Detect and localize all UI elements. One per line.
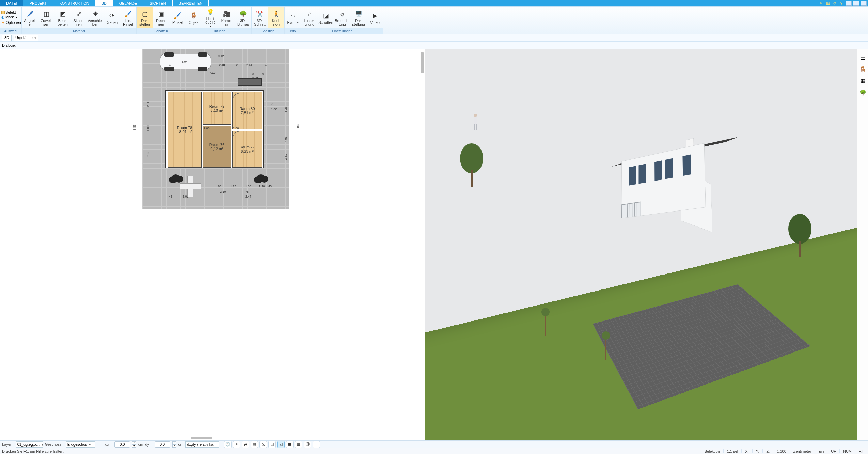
status-num: NUM: [839, 449, 855, 453]
sapling-icon: [538, 307, 553, 338]
btn-hintergrund[interactable]: ⌂Hinter- grund: [301, 7, 318, 28]
status-unit: Zentimeter: [790, 449, 815, 453]
geschoss-label: Geschoss :: [45, 442, 64, 447]
svg-rect-2: [474, 124, 475, 130]
dim: 2.00: [204, 127, 210, 130]
btn-darstellen[interactable]: ▢Dar- stellen: [137, 7, 153, 28]
coord-mode-combo[interactable]: dx,dy (relativ ka: [185, 441, 219, 448]
menu-datei[interactable]: DATEI: [0, 0, 23, 6]
group-einstellungen: Einstellungen: [301, 28, 383, 34]
bush-icon: [172, 174, 180, 181]
status-z: Z:: [762, 449, 773, 453]
dy-label: dy =: [145, 442, 152, 447]
wall-front: [621, 143, 706, 219]
status-scale: 1:100: [773, 449, 790, 453]
dim: 80: [218, 185, 221, 188]
dy-up[interactable]: ▲: [172, 441, 176, 444]
shape3-icon[interactable]: ◰: [277, 441, 285, 448]
door-icon: [233, 131, 239, 138]
layout-icon[interactable]: ▦: [825, 1, 831, 6]
group-sonstige: Sonstige: [252, 28, 284, 34]
scrollbar-horizontal[interactable]: [191, 437, 212, 439]
dx-up[interactable]: ▲: [132, 441, 136, 444]
north-icon[interactable]: Ⓝ: [304, 441, 311, 448]
more-icon[interactable]: ⋮: [313, 441, 320, 448]
btn-verschieben[interactable]: ✥Verschie- ben: [87, 7, 104, 28]
btn-bearbeiten[interactable]: ◩Bear- beiten: [54, 7, 71, 28]
menu-projekt[interactable]: PROJEKT: [23, 0, 53, 6]
help-icon[interactable]: ?: [839, 1, 844, 6]
main-menubar: DATEI PROJEKT KONSTRUKTION 3D GELÄNDE SI…: [0, 0, 868, 7]
tools-icon[interactable]: ✎: [818, 1, 824, 6]
print-icon[interactable]: 🖨: [242, 441, 249, 448]
btn-zuweisen[interactable]: ◫Zuwei- sen: [38, 7, 54, 28]
sun-icon[interactable]: ☀: [233, 441, 240, 448]
btn-objekt[interactable]: 🪑Objekt: [186, 7, 202, 28]
menu-bearbeiten[interactable]: BEARBEITEN: [173, 0, 209, 6]
optionen-tool[interactable]: ＋Optionen: [1, 20, 20, 25]
btn-flaeche[interactable]: ▱Fläche: [285, 7, 301, 28]
dim: 2.40: [219, 63, 225, 67]
btn-darstellung[interactable]: 🖥️Dar- stellung: [350, 7, 367, 28]
dx-input[interactable]: [114, 441, 130, 448]
btn-rechnen[interactable]: ▣Rech- nen: [153, 7, 169, 28]
shape1-icon[interactable]: ◺: [259, 441, 267, 448]
dim: 8.86: [133, 124, 136, 130]
menu-3d[interactable]: 3D: [96, 0, 113, 6]
menu-sichten[interactable]: SICHTEN: [143, 0, 172, 6]
btn-pinsel[interactable]: 🖌️Pinsel: [169, 7, 186, 28]
dx-down[interactable]: ▼: [132, 444, 136, 448]
status-mode: Selektion: [701, 449, 723, 453]
dy-input[interactable]: [155, 441, 170, 448]
btn-kamera[interactable]: 🎥Kame- ra: [219, 7, 235, 28]
window-close[interactable]: [861, 1, 867, 6]
layers-icon[interactable]: ☰: [859, 54, 867, 61]
room-76: Raum 769,12 m²: [203, 126, 231, 168]
terrain-combo[interactable]: Urgelände: [14, 35, 38, 41]
viewport-2d[interactable]: 3.04 9.12 2.40 25 2.44 43 43 7.19 93 99 …: [0, 49, 425, 440]
dim: 43: [169, 63, 172, 67]
workspace: 3.04 9.12 2.40 25 2.44 43 43 7.19 93 99 …: [0, 49, 868, 440]
btn-3d-schnitt[interactable]: ✂️3D- Schnitt: [252, 7, 268, 28]
dim: 43: [169, 195, 172, 198]
viewport-3d[interactable]: [425, 49, 857, 440]
dim: 7.19: [209, 71, 216, 74]
mark-tool[interactable]: ◐Mark. ▾: [1, 15, 20, 19]
refresh-icon[interactable]: ↻: [832, 1, 837, 6]
btn-skalieren[interactable]: ⤢Skalie- ren: [71, 7, 87, 28]
btn-hin-pinsel[interactable]: 🖌️Hin. Pinsel: [120, 7, 136, 28]
tree-icon: [460, 143, 484, 187]
layer-icon[interactable]: ▤: [251, 441, 258, 448]
window-restore[interactable]: [853, 1, 859, 6]
grid2-icon[interactable]: ▥: [295, 441, 302, 448]
plant-icon[interactable]: 🌳: [859, 89, 867, 96]
view-mode-3d[interactable]: 3D: [2, 35, 12, 41]
menu-konstruktion[interactable]: KONSTRUKTION: [53, 0, 95, 6]
window-minimize[interactable]: [846, 1, 852, 6]
grid-icon[interactable]: ▦: [286, 441, 294, 448]
btn-3d-bitmap[interactable]: 🌳3D- Bitmap: [235, 7, 251, 28]
selekt-tool[interactable]: Selekt: [1, 10, 20, 14]
scrollbar-vertical[interactable]: [421, 52, 424, 73]
layer-combo[interactable]: 01_ug,eg,o…: [16, 441, 43, 448]
btn-beleuchtung[interactable]: ☼Beleuch- tung: [334, 7, 350, 28]
btn-drehen[interactable]: ⟳Drehen: [104, 7, 120, 28]
sub-toolbar: 3D Urgelände: [0, 34, 868, 42]
shape2-icon[interactable]: ◿: [268, 441, 276, 448]
palette-icon[interactable]: ▦: [859, 77, 867, 84]
sapling-icon: [598, 331, 614, 361]
status-x: X:: [741, 449, 752, 453]
clock-icon[interactable]: 🕘: [224, 441, 232, 448]
btn-schatten-set[interactable]: ◪Schatten: [318, 7, 334, 28]
btn-lichtquelle[interactable]: 💡Licht- quelle ▾: [202, 7, 219, 28]
dy-down[interactable]: ▼: [172, 444, 176, 448]
btn-kollision[interactable]: 🚶Kolli- sion: [268, 7, 284, 28]
btn-abgreifen[interactable]: 🖊️Abgrei- fen: [22, 7, 38, 28]
geschoss-combo[interactable]: Erdgeschos: [66, 441, 95, 448]
status-uf: ÜF: [827, 449, 839, 453]
furniture-icon[interactable]: 🪑: [859, 65, 867, 73]
menu-gelaende[interactable]: GELÄNDE: [113, 0, 144, 6]
btn-video[interactable]: ▶Video: [367, 7, 383, 28]
titlebar-icons: ✎ ▦ ↻ ?: [817, 0, 868, 6]
dialoge-label: Dialoge:: [2, 43, 16, 47]
